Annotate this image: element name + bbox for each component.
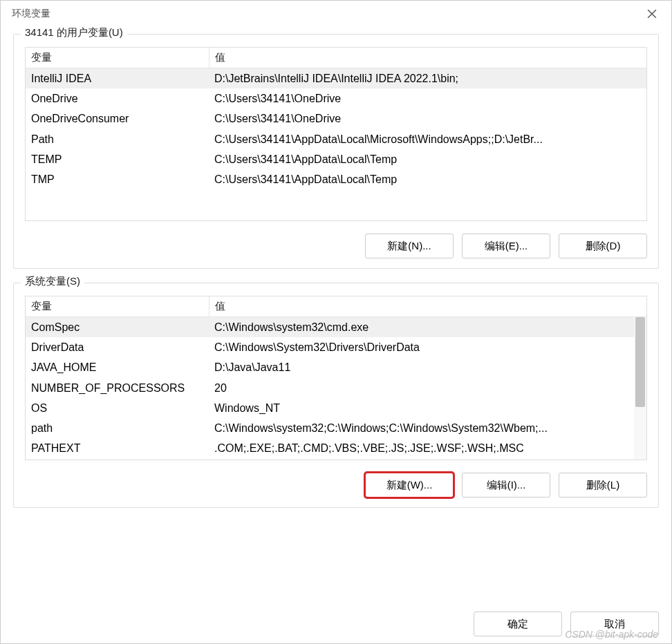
system-vars-table[interactable]: 变量 值 ComSpecC:\Windows\system32\cmd.exeD… — [26, 296, 646, 460]
var-value-cell: AMD64 — [209, 458, 646, 460]
system-vars-legend: 系统变量(S) — [21, 275, 84, 288]
table-row[interactable]: IntelliJ IDEAD:\JetBrains\IntelliJ IDEA\… — [26, 68, 646, 89]
table-row[interactable]: PathC:\Users\34141\AppData\Local\Microso… — [26, 129, 646, 149]
var-name-cell: IntelliJ IDEA — [26, 68, 209, 89]
var-value-cell: C:\Users\34141\AppData\Local\Temp — [209, 169, 646, 189]
system-delete-button[interactable]: 删除(L) — [559, 473, 647, 498]
var-value-cell: 20 — [209, 378, 646, 398]
sys-col-name[interactable]: 变量 — [26, 296, 209, 317]
var-name-cell: NUMBER_OF_PROCESSORS — [26, 378, 209, 398]
table-row[interactable]: PATHEXT.COM;.EXE;.BAT;.CMD;.VBS;.VBE;.JS… — [26, 438, 646, 458]
var-value-cell: .COM;.EXE;.BAT;.CMD;.VBS;.VBE;.JS;.JSE;.… — [209, 438, 646, 458]
system-vars-scrollbar[interactable] — [634, 317, 646, 460]
table-row[interactable]: DriverDataC:\Windows\System32\Drivers\Dr… — [26, 337, 646, 357]
var-name-cell: Path — [26, 129, 209, 149]
user-edit-button[interactable]: 编辑(E)... — [462, 234, 550, 258]
var-name-cell: ComSpec — [26, 317, 209, 338]
dialog-content: 34141 的用户变量(U) 变量 值 IntelliJ IDEAD:\JetB… — [1, 27, 671, 600]
user-vars-table[interactable]: 变量 值 IntelliJ IDEAD:\JetBrains\IntelliJ … — [26, 48, 646, 189]
user-vars-table-container: 变量 值 IntelliJ IDEAD:\JetBrains\IntelliJ … — [25, 47, 647, 221]
system-new-button[interactable]: 新建(W)... — [365, 473, 454, 498]
table-row[interactable]: JAVA_HOMED:\Java\Java11 — [26, 357, 646, 377]
var-name-cell: path — [26, 418, 209, 438]
table-row[interactable]: pathC:\Windows\system32;C:\Windows;C:\Wi… — [26, 418, 646, 438]
cancel-button[interactable]: 取消 — [570, 612, 659, 636]
var-name-cell: TMP — [26, 169, 209, 189]
dialog-title: 环境变量 — [12, 8, 50, 20]
close-icon — [647, 9, 657, 19]
user-col-name[interactable]: 变量 — [26, 48, 209, 68]
scrollbar-thumb[interactable] — [635, 317, 645, 407]
var-value-cell: C:\Windows\system32;C:\Windows;C:\Window… — [209, 418, 646, 438]
system-edit-button[interactable]: 编辑(I)... — [462, 473, 550, 498]
var-value-cell: C:\Users\34141\AppData\Local\Temp — [209, 149, 646, 169]
table-row[interactable]: ComSpecC:\Windows\system32\cmd.exe — [26, 317, 646, 338]
system-vars-table-container: 变量 值 ComSpecC:\Windows\system32\cmd.exeD… — [25, 296, 647, 460]
table-row[interactable]: TEMPC:\Users\34141\AppData\Local\Temp — [26, 149, 646, 169]
var-value-cell: C:\Users\34141\OneDrive — [209, 108, 646, 129]
table-row[interactable]: OSWindows_NT — [26, 398, 646, 418]
var-name-cell: DriverData — [26, 337, 209, 357]
var-name-cell: PROCESSOR_ARCHITECTURE — [26, 458, 209, 460]
ok-button[interactable]: 确定 — [474, 612, 562, 636]
dialog-buttons: 确定 取消 — [1, 600, 671, 643]
system-variables-group: 系统变量(S) 变量 值 ComSpecC:\Windows\system32\… — [13, 283, 659, 508]
table-row[interactable]: OneDriveC:\Users\34141\OneDrive — [26, 88, 646, 108]
var-value-cell: C:\Users\34141\OneDrive — [209, 88, 646, 108]
var-name-cell: OS — [26, 398, 209, 418]
var-value-cell: D:\Java\Java11 — [209, 357, 646, 377]
titlebar: 环境变量 — [1, 1, 671, 27]
var-name-cell: TEMP — [26, 149, 209, 169]
var-value-cell: Windows_NT — [209, 398, 646, 418]
environment-variables-dialog: 环境变量 34141 的用户变量(U) 变量 值 IntelliJ IDEAD:… — [0, 0, 672, 644]
var-name-cell: OneDrive — [26, 88, 209, 108]
table-row[interactable]: TMPC:\Users\34141\AppData\Local\Temp — [26, 169, 646, 189]
user-vars-legend: 34141 的用户变量(U) — [21, 26, 127, 39]
user-delete-button[interactable]: 删除(D) — [559, 234, 647, 258]
table-row[interactable]: PROCESSOR_ARCHITECTUREAMD64 — [26, 458, 646, 460]
var-name-cell: OneDriveConsumer — [26, 108, 209, 129]
var-value-cell: D:\JetBrains\IntelliJ IDEA\IntelliJ IDEA… — [209, 68, 646, 89]
user-variables-group: 34141 的用户变量(U) 变量 值 IntelliJ IDEAD:\JetB… — [13, 34, 659, 269]
var-name-cell: JAVA_HOME — [26, 357, 209, 377]
table-row[interactable]: NUMBER_OF_PROCESSORS20 — [26, 378, 646, 398]
system-vars-buttons: 新建(W)... 编辑(I)... 删除(L) — [25, 473, 647, 498]
var-name-cell: PATHEXT — [26, 438, 209, 458]
var-value-cell: C:\Windows\System32\Drivers\DriverData — [209, 337, 646, 357]
var-value-cell: C:\Users\34141\AppData\Local\Microsoft\W… — [209, 129, 646, 149]
user-vars-buttons: 新建(N)... 编辑(E)... 删除(D) — [25, 234, 647, 258]
user-new-button[interactable]: 新建(N)... — [365, 234, 454, 258]
var-value-cell: C:\Windows\system32\cmd.exe — [209, 317, 646, 338]
sys-col-value[interactable]: 值 — [209, 296, 646, 317]
table-row[interactable]: OneDriveConsumerC:\Users\34141\OneDrive — [26, 108, 646, 129]
close-button[interactable] — [642, 4, 662, 23]
user-col-value[interactable]: 值 — [209, 48, 646, 68]
